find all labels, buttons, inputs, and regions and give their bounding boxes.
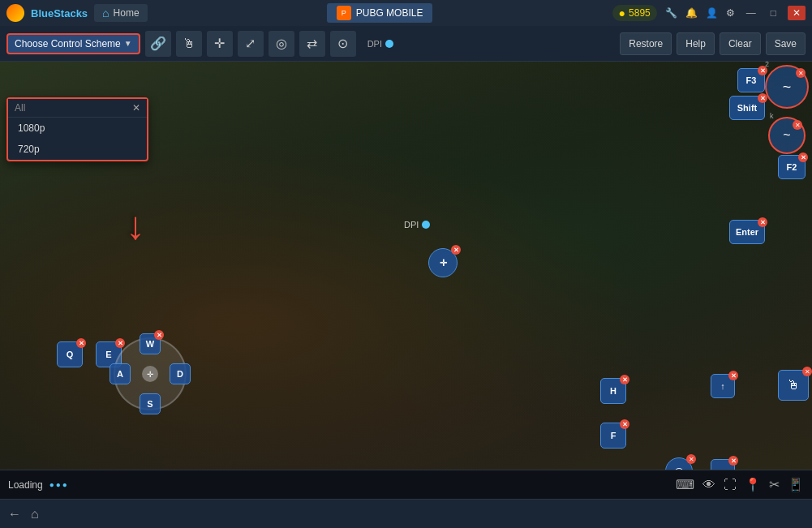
game-tab[interactable]: P PUBG MOBILE [327,3,433,23]
aim-close[interactable]: ✕ [686,454,696,464]
joystick-center: ✛ [142,366,158,382]
wrench-icon: 🔧 [665,7,677,19]
a-key[interactable]: A [110,363,131,384]
w-key-close[interactable]: ✕ [154,330,164,340]
k-badge: k [770,112,774,120]
minimize-button[interactable]: — [743,7,759,19]
center-crosshair-key[interactable]: ✛ ✕ [428,248,458,277]
dropdown-search: All [15,102,25,114]
e-label: E [105,350,111,359]
tilde-large: ~ [783,79,792,96]
dropdown-item-720p[interactable]: 720p [8,139,147,160]
q-label: Q [67,350,74,359]
restore-button[interactable]: Restore [620,32,672,55]
red-arrow-annotation: ↑ [126,212,145,251]
dropdown-header: All ✕ [8,99,147,118]
help-button[interactable]: Help [677,32,715,55]
w-key[interactable]: W ✕ [140,333,161,354]
tilde-small: ~ [783,128,790,143]
maximize-button[interactable]: □ [767,7,780,19]
scheme-select[interactable]: Choose Control Scheme ▼ [6,33,140,54]
scheme-arrow: ▼ [124,39,132,48]
dpi-text: DPI [404,220,419,230]
game-tab-label: PUBG MOBILE [356,7,423,19]
keyboard-icon[interactable]: ⌨ [676,477,694,492]
game-area: All ✕ 1080p 720p ↑ DPI ✛ ✕ Q ✕ E ✕ ✛ W ✕ [0,62,812,499]
mouse-look-circle-small[interactable]: ~ ✕ k [768,117,806,154]
home-tab[interactable]: ⌂ Home [94,4,147,22]
joystick-area: ✛ W ✕ A S D [114,337,187,410]
link-icon-button[interactable]: 🔗 [145,31,171,57]
dropdown-close[interactable]: ✕ [132,102,140,114]
f2-key[interactable]: F2 ✕ [778,155,806,179]
up-arrow-key[interactable]: ↑ ✕ [711,374,735,398]
game-icon: P [337,6,351,20]
toolbar-spacer: DPI [361,39,616,49]
down-arrow-close[interactable]: ✕ [728,456,738,466]
settings-icon: ⚙ [726,7,735,19]
move-icon-button[interactable]: ✛ [207,31,233,57]
dpi-control: DPI [404,220,430,230]
h-key-close[interactable]: ✕ [620,375,629,384]
scheme-dropdown: All ✕ 1080p 720p [6,97,148,161]
f3-key[interactable]: F3 ✕ [737,68,765,92]
loading-dots: ●●● [49,480,69,489]
title-bar-center: P PUBG MOBILE [154,3,606,23]
bottom-bar-icons: ⌨ 👁 ⛶ 📍 ✂ 📱 [676,477,804,492]
dropdown-item-1080p[interactable]: 1080p [8,118,147,139]
shift-key[interactable]: Shift ✕ [729,96,765,120]
circle-icon-button[interactable]: ⊙ [330,31,356,57]
mouse-right-close[interactable]: ✕ [802,367,812,376]
f2-close[interactable]: ✕ [798,152,808,162]
enter-key[interactable]: Enter ✕ [729,220,765,244]
user-icon: 👤 [706,7,718,19]
q-key[interactable]: Q ✕ [57,341,83,367]
crosshair-icon: ✛ [440,258,447,268]
home-tab-label: Home [114,7,140,19]
q-key-close[interactable]: ✕ [76,338,86,348]
bell-icon: 🔔 [685,7,698,19]
scissors-icon[interactable]: ✂ [769,477,780,492]
scheme-label: Choose Control Scheme [15,38,121,49]
mouse-icon-button[interactable]: 🖱 [176,31,202,57]
mouse-right-btn[interactable]: 🖱 ✕ [778,370,809,401]
brand-name: BlueStacks [31,7,88,19]
coins-amount: 5895 [629,7,651,19]
f-key-close[interactable]: ✕ [620,419,629,429]
large-circle-close[interactable]: ✕ [796,68,806,78]
swap-icon-button[interactable]: ⇄ [299,31,325,57]
center-key-close[interactable]: ✕ [451,245,461,255]
mouse-look-circle-large[interactable]: ~ ✕ 2 [765,65,809,109]
s-key[interactable]: S [140,393,161,414]
dpi-dot [385,40,393,48]
bluestacks-logo [6,4,24,22]
d-key[interactable]: D [170,363,191,384]
home-icon: ⌂ [102,6,109,19]
h-key[interactable]: H ✕ [600,378,626,404]
title-bar-right: ● 5895 🔧 🔔 👤 ⚙ — □ ✕ [612,5,806,21]
title-bar: BlueStacks ⌂ Home P PUBG MOBILE ● 5895 🔧… [0,0,812,26]
small-circle-close[interactable]: ✕ [793,120,802,130]
clear-button[interactable]: Clear [720,32,761,55]
bottom-nav: ← ⌂ [0,499,812,528]
expand-icon[interactable]: ⛶ [724,478,737,492]
toolbar: Choose Control Scheme ▼ 🔗 🖱 ✛ ⤢ ◎ ⇄ ⊙ DP… [0,26,812,62]
loading-text: Loading [8,479,43,491]
resize-icon-button[interactable]: ⤢ [238,31,264,57]
f-key[interactable]: F ✕ [600,423,626,449]
coins-icon: ● [619,6,625,19]
location-icon[interactable]: 📍 [745,477,761,492]
num-badge: 2 [765,62,769,68]
back-nav-button[interactable]: ← [8,507,21,522]
eye-icon[interactable]: 👁 [702,478,715,492]
dpi-indicator [422,221,430,229]
mouse-right-icon: 🖱 [787,378,800,393]
coins-display: ● 5895 [612,5,657,21]
save-button[interactable]: Save [766,32,806,55]
up-arrow-close[interactable]: ✕ [728,371,738,380]
home-nav-button[interactable]: ⌂ [31,507,39,522]
enter-close[interactable]: ✕ [758,217,767,227]
target-icon-button[interactable]: ◎ [269,31,294,57]
close-button[interactable]: ✕ [788,6,806,20]
mobile-icon[interactable]: 📱 [788,477,804,492]
